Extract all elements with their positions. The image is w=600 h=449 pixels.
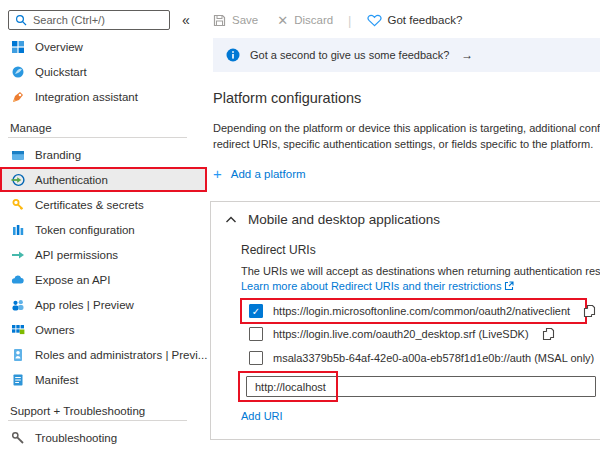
sidebar-item-label: App roles | Preview <box>35 299 134 311</box>
sidebar-item-app-roles[interactable]: App roles | Preview <box>0 292 207 317</box>
page-description: Depending on the platform or device this… <box>213 120 600 152</box>
sidebar-item-api-permissions[interactable]: API permissions <box>0 242 207 267</box>
rocket-icon <box>10 90 26 104</box>
new-uri-field-wrap <box>241 376 600 397</box>
save-icon <box>213 14 226 27</box>
sidebar-item-label: Certificates & secrets <box>35 199 144 211</box>
sidebar-item-label: Quickstart <box>35 66 87 78</box>
feedback-label: Got feedback? <box>388 14 463 26</box>
new-uri-input[interactable] <box>246 376 596 397</box>
section-title: Mobile and desktop applications <box>248 212 440 227</box>
discard-icon: ✕ <box>277 14 288 27</box>
quickstart-icon <box>10 65 26 79</box>
feedback-banner[interactable]: Got a second to give us some feedback? → <box>213 38 600 72</box>
check-icon: ✓ <box>252 306 260 317</box>
people-icon <box>10 298 26 312</box>
sidebar-item-label: Expose an API <box>35 274 110 286</box>
sidebar-item-label: Troubleshooting <box>35 432 117 444</box>
overview-icon <box>10 40 26 54</box>
app-registration-authentication-page: Search (Ctrl+/) « Overview Quickstart In… <box>0 0 600 449</box>
sidebar-item-label: Branding <box>35 149 81 161</box>
got-feedback-button[interactable]: Got feedback? <box>367 14 463 27</box>
add-platform-button[interactable]: + Add a platform <box>213 166 600 181</box>
uri-checkbox[interactable] <box>249 327 263 341</box>
uri-checkbox[interactable]: ✓ <box>249 304 263 318</box>
person-badge-icon <box>10 348 26 362</box>
grid-check-icon <box>10 323 26 337</box>
save-label: Save <box>232 14 258 26</box>
uri-checkbox[interactable] <box>249 351 263 365</box>
sidebar-item-label: Integration assistant <box>35 91 138 103</box>
redirect-uris-title: Redirect URIs <box>241 243 600 257</box>
divider <box>8 420 187 421</box>
info-icon <box>226 48 240 62</box>
page-description-line1: Depending on the platform or device this… <box>213 120 600 136</box>
sidebar-item-label: API permissions <box>35 249 118 261</box>
learn-more-label: Learn more about Redirect URIs and their… <box>241 280 501 292</box>
divider <box>8 137 187 138</box>
sidebar-nav: Overview Quickstart Integration assistan… <box>0 34 207 449</box>
banner-arrow-icon: → <box>461 48 473 62</box>
bars-icon <box>10 223 26 237</box>
toolbar-separator: | <box>348 13 351 28</box>
arrow-right-icon <box>10 248 26 262</box>
search-placeholder: Search (Ctrl+/) <box>33 14 105 26</box>
add-platform-label: Add a platform <box>231 168 306 180</box>
sidebar-item-overview[interactable]: Overview <box>0 34 207 59</box>
banner-text: Got a second to give us some feedback? <box>250 49 449 61</box>
sidebar-section-manage: Manage <box>10 116 207 134</box>
sidebar-item-authentication[interactable]: Authentication <box>0 167 207 192</box>
redirect-uri-row: msala3379b5b-64af-42e0-a00a-eb578f1d1e0b… <box>249 346 600 370</box>
mobile-desktop-applications-card: Mobile and desktop applications Redirect… <box>210 201 600 440</box>
redirect-uri-list: ✓ https://login.microsoftonline.com/comm… <box>249 298 600 370</box>
discard-button[interactable]: ✕ Discard <box>277 14 333 27</box>
main-content: Save ✕ Discard | Got feedback? Got a sec… <box>207 0 600 440</box>
page-description-line2: redirect URIs, specific authentication s… <box>213 136 600 152</box>
command-bar: Save ✕ Discard | Got feedback? <box>213 10 600 30</box>
cloud-icon <box>10 273 26 287</box>
sidebar-item-label: Owners <box>35 324 75 336</box>
authentication-icon <box>10 173 26 187</box>
copy-icon[interactable] <box>583 304 596 318</box>
sidebar-item-branding[interactable]: Branding <box>0 142 207 167</box>
search-input[interactable]: Search (Ctrl+/) <box>8 10 170 30</box>
sidebar-section-support: Support + Troubleshooting <box>10 399 207 417</box>
branding-icon <box>10 148 26 162</box>
sidebar-item-owners[interactable]: Owners <box>0 317 207 342</box>
sidebar-item-label: Token configuration <box>35 224 135 236</box>
uri-label: msala3379b5b-64af-42e0-a00a-eb578f1d1e0b… <box>273 352 594 364</box>
sidebar-item-label: Overview <box>35 41 83 53</box>
sidebar-item-quickstart[interactable]: Quickstart <box>0 59 207 84</box>
external-link-icon <box>504 281 514 291</box>
sidebar-item-label: Manifest <box>35 374 78 386</box>
uri-label: https://login.microsoftonline.com/common… <box>273 305 570 317</box>
sidebar-item-label: Roles and administrators | Previ... <box>35 349 207 361</box>
collapse-sidebar-icon[interactable]: « <box>182 13 190 27</box>
sidebar-item-token-configuration[interactable]: Token configuration <box>0 217 207 242</box>
sidebar: Search (Ctrl+/) « Overview Quickstart In… <box>0 0 207 449</box>
sidebar-item-certificates-secrets[interactable]: Certificates & secrets <box>0 192 207 217</box>
sidebar-item-expose-an-api[interactable]: Expose an API <box>0 267 207 292</box>
heart-icon <box>367 14 382 27</box>
redirect-uri-row: https://login.live.com/oauth20_desktop.s… <box>249 322 600 346</box>
uri-label: https://login.live.com/oauth20_desktop.s… <box>273 328 529 340</box>
sidebar-item-label: Authentication <box>35 174 108 186</box>
copy-icon[interactable] <box>542 327 555 341</box>
chevron-up-icon <box>225 215 237 224</box>
discard-label: Discard <box>294 14 333 26</box>
sidebar-item-roles-administrators[interactable]: Roles and administrators | Previ... <box>0 342 207 367</box>
learn-more-link[interactable]: Learn more about Redirect URIs and their… <box>241 280 514 292</box>
redirect-uris-description: The URIs we will accept as destinations … <box>241 265 600 277</box>
sidebar-item-troubleshooting[interactable]: Troubleshooting <box>0 425 207 449</box>
redirect-uri-row: ✓ https://login.microsoftonline.com/comm… <box>240 298 587 324</box>
plus-icon: + <box>213 166 222 181</box>
search-icon <box>15 14 27 26</box>
sidebar-item-manifest[interactable]: Manifest <box>0 367 207 392</box>
page-title: Platform configurations <box>213 90 600 106</box>
document-icon <box>10 373 26 387</box>
section-header-mobile-desktop[interactable]: Mobile and desktop applications <box>225 212 600 227</box>
sidebar-item-integration-assistant[interactable]: Integration assistant <box>0 84 207 109</box>
wrench-icon <box>10 431 26 445</box>
save-button[interactable]: Save <box>213 14 258 27</box>
add-uri-link[interactable]: Add URI <box>241 410 283 422</box>
